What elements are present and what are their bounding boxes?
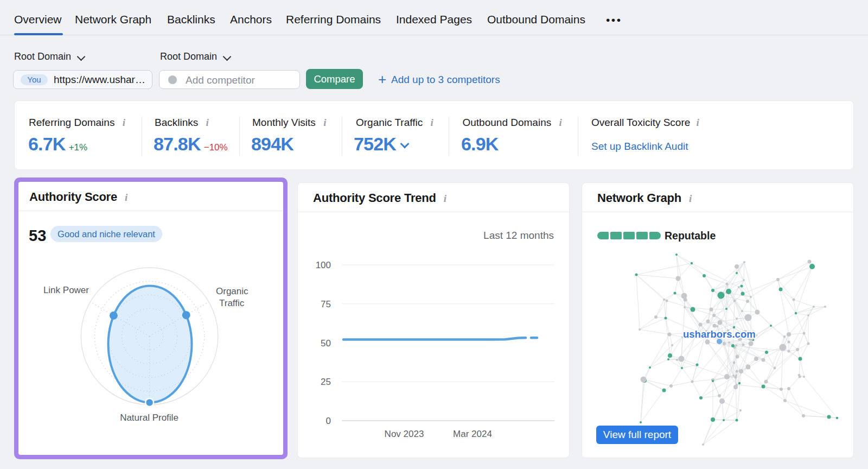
svg-text:Nov 2023: Nov 2023 — [385, 429, 424, 439]
svg-text:0: 0 — [326, 416, 331, 426]
svg-text:25: 25 — [321, 377, 331, 387]
svg-text:100: 100 — [316, 260, 331, 270]
svg-text:Traffic: Traffic — [219, 298, 245, 308]
svg-text:Organic: Organic — [216, 286, 248, 296]
svg-text:75: 75 — [321, 299, 331, 309]
svg-text:usharbors.com: usharbors.com — [683, 328, 756, 340]
svg-text:Mar 2024: Mar 2024 — [453, 429, 492, 439]
svg-text:Natural Profile: Natural Profile — [120, 413, 178, 423]
svg-text:50: 50 — [321, 338, 331, 348]
svg-text:Link Power: Link Power — [43, 285, 89, 295]
